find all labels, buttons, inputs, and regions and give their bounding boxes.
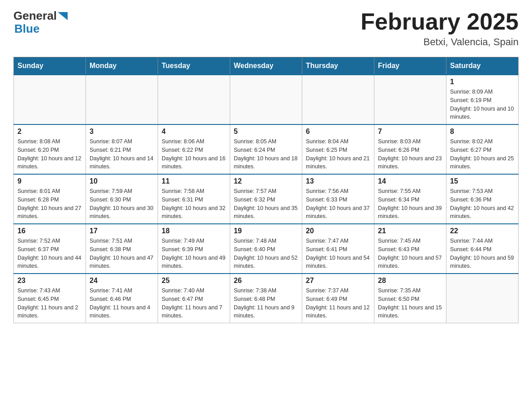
- day-info: Sunrise: 7:56 AMSunset: 6:33 PMDaylight:…: [306, 187, 370, 221]
- day-info: Sunrise: 7:53 AMSunset: 6:36 PMDaylight:…: [450, 187, 515, 221]
- day-number: 7: [378, 128, 442, 136]
- calendar-cell: [374, 75, 446, 124]
- day-number: 12: [234, 177, 298, 185]
- day-number: 28: [378, 277, 442, 285]
- svg-marker-0: [58, 12, 68, 20]
- day-number: 13: [306, 177, 370, 185]
- day-info: Sunrise: 7:57 AMSunset: 6:32 PMDaylight:…: [234, 187, 298, 221]
- calendar-cell: 20Sunrise: 7:47 AMSunset: 6:41 PMDayligh…: [302, 224, 374, 274]
- calendar-header: SundayMondayTuesdayWednesdayThursdayFrid…: [14, 57, 519, 75]
- day-info: Sunrise: 7:59 AMSunset: 6:30 PMDaylight:…: [90, 187, 154, 221]
- calendar-cell: 21Sunrise: 7:45 AMSunset: 6:43 PMDayligh…: [374, 224, 446, 274]
- calendar-cell: 12Sunrise: 7:57 AMSunset: 6:32 PMDayligh…: [230, 174, 302, 224]
- calendar-cell: 6Sunrise: 8:04 AMSunset: 6:25 PMDaylight…: [302, 124, 374, 174]
- calendar-cell: 26Sunrise: 7:38 AMSunset: 6:48 PMDayligh…: [230, 274, 302, 323]
- calendar-cell: 28Sunrise: 7:35 AMSunset: 6:50 PMDayligh…: [374, 274, 446, 323]
- day-number: 19: [234, 227, 298, 235]
- calendar-cell: 17Sunrise: 7:51 AMSunset: 6:38 PMDayligh…: [86, 224, 158, 274]
- day-info: Sunrise: 7:35 AMSunset: 6:50 PMDaylight:…: [378, 287, 442, 320]
- day-number: 1: [450, 78, 515, 86]
- calendar-cell: 14Sunrise: 7:55 AMSunset: 6:34 PMDayligh…: [374, 174, 446, 224]
- header-cell-friday: Friday: [374, 57, 446, 75]
- calendar-subtitle: Betxi, Valencia, Spain: [360, 36, 519, 48]
- day-info: Sunrise: 7:58 AMSunset: 6:31 PMDaylight:…: [162, 187, 226, 221]
- day-info: Sunrise: 7:37 AMSunset: 6:49 PMDaylight:…: [306, 287, 370, 320]
- calendar-cell: 8Sunrise: 8:02 AMSunset: 6:27 PMDaylight…: [446, 124, 519, 174]
- week-row-2: 2Sunrise: 8:08 AMSunset: 6:20 PMDaylight…: [14, 124, 519, 174]
- calendar-cell: [302, 75, 374, 124]
- calendar-cell: 1Sunrise: 8:09 AMSunset: 6:19 PMDaylight…: [446, 75, 519, 124]
- day-number: 18: [162, 227, 226, 235]
- header-cell-saturday: Saturday: [446, 57, 519, 75]
- week-row-3: 9Sunrise: 8:01 AMSunset: 6:28 PMDaylight…: [14, 174, 519, 224]
- day-number: 11: [162, 177, 226, 185]
- day-info: Sunrise: 7:49 AMSunset: 6:39 PMDaylight:…: [162, 237, 226, 270]
- day-number: 10: [90, 177, 154, 185]
- logo-arrow-icon: [58, 12, 68, 20]
- calendar-cell: 5Sunrise: 8:05 AMSunset: 6:24 PMDaylight…: [230, 124, 302, 174]
- header-cell-monday: Monday: [86, 57, 158, 75]
- day-number: 9: [17, 177, 82, 185]
- day-info: Sunrise: 8:05 AMSunset: 6:24 PMDaylight:…: [234, 137, 298, 171]
- page-header: General Blue February 2025 Betxi, Valenc…: [13, 9, 519, 48]
- calendar-cell: 11Sunrise: 7:58 AMSunset: 6:31 PMDayligh…: [158, 174, 230, 224]
- day-number: 16: [17, 227, 82, 235]
- calendar-cell: 7Sunrise: 8:03 AMSunset: 6:26 PMDaylight…: [374, 124, 446, 174]
- day-info: Sunrise: 8:02 AMSunset: 6:27 PMDaylight:…: [450, 137, 515, 171]
- day-number: 23: [17, 277, 82, 285]
- day-info: Sunrise: 7:51 AMSunset: 6:38 PMDaylight:…: [90, 237, 154, 270]
- calendar-cell: 16Sunrise: 7:52 AMSunset: 6:37 PMDayligh…: [14, 224, 86, 274]
- week-row-1: 1Sunrise: 8:09 AMSunset: 6:19 PMDaylight…: [14, 75, 519, 124]
- week-row-5: 23Sunrise: 7:43 AMSunset: 6:45 PMDayligh…: [14, 274, 519, 323]
- calendar-cell: 2Sunrise: 8:08 AMSunset: 6:20 PMDaylight…: [14, 124, 86, 174]
- logo-general-text: General: [13, 9, 57, 23]
- calendar-cell: [158, 75, 230, 124]
- calendar-cell: 18Sunrise: 7:49 AMSunset: 6:39 PMDayligh…: [158, 224, 230, 274]
- calendar-cell: 3Sunrise: 8:07 AMSunset: 6:21 PMDaylight…: [86, 124, 158, 174]
- day-number: 14: [378, 177, 442, 185]
- header-cell-tuesday: Tuesday: [158, 57, 230, 75]
- calendar-body: 1Sunrise: 8:09 AMSunset: 6:19 PMDaylight…: [14, 75, 519, 323]
- day-number: 24: [90, 277, 154, 285]
- calendar-cell: [446, 274, 519, 323]
- calendar-cell: 4Sunrise: 8:06 AMSunset: 6:22 PMDaylight…: [158, 124, 230, 174]
- day-number: 5: [234, 128, 298, 136]
- day-info: Sunrise: 8:01 AMSunset: 6:28 PMDaylight:…: [17, 187, 82, 221]
- day-info: Sunrise: 8:09 AMSunset: 6:19 PMDaylight:…: [450, 88, 515, 121]
- day-number: 4: [162, 128, 226, 136]
- calendar-cell: 27Sunrise: 7:37 AMSunset: 6:49 PMDayligh…: [302, 274, 374, 323]
- day-info: Sunrise: 7:43 AMSunset: 6:45 PMDaylight:…: [17, 287, 82, 320]
- logo-blue-text: Blue: [14, 22, 39, 36]
- day-number: 22: [450, 227, 515, 235]
- day-number: 27: [306, 277, 370, 285]
- calendar-cell: 25Sunrise: 7:40 AMSunset: 6:47 PMDayligh…: [158, 274, 230, 323]
- day-number: 17: [90, 227, 154, 235]
- calendar-cell: [230, 75, 302, 124]
- day-number: 21: [378, 227, 442, 235]
- day-number: 26: [234, 277, 298, 285]
- day-number: 8: [450, 128, 515, 136]
- calendar-table: SundayMondayTuesdayWednesdayThursdayFrid…: [13, 57, 519, 323]
- day-info: Sunrise: 7:48 AMSunset: 6:40 PMDaylight:…: [234, 237, 298, 270]
- calendar-cell: 15Sunrise: 7:53 AMSunset: 6:36 PMDayligh…: [446, 174, 519, 224]
- day-info: Sunrise: 7:52 AMSunset: 6:37 PMDaylight:…: [17, 237, 82, 270]
- calendar-cell: 10Sunrise: 7:59 AMSunset: 6:30 PMDayligh…: [86, 174, 158, 224]
- header-cell-wednesday: Wednesday: [230, 57, 302, 75]
- calendar-cell: [86, 75, 158, 124]
- day-number: 15: [450, 177, 515, 185]
- day-number: 25: [162, 277, 226, 285]
- day-info: Sunrise: 7:38 AMSunset: 6:48 PMDaylight:…: [234, 287, 298, 320]
- day-number: 3: [90, 128, 154, 136]
- day-info: Sunrise: 8:07 AMSunset: 6:21 PMDaylight:…: [90, 137, 154, 171]
- logo: General Blue: [13, 9, 68, 36]
- day-info: Sunrise: 7:47 AMSunset: 6:41 PMDaylight:…: [306, 237, 370, 270]
- day-info: Sunrise: 7:41 AMSunset: 6:46 PMDaylight:…: [90, 287, 154, 320]
- day-info: Sunrise: 7:55 AMSunset: 6:34 PMDaylight:…: [378, 187, 442, 221]
- day-number: 20: [306, 227, 370, 235]
- day-info: Sunrise: 8:03 AMSunset: 6:26 PMDaylight:…: [378, 137, 442, 171]
- calendar-cell: 19Sunrise: 7:48 AMSunset: 6:40 PMDayligh…: [230, 224, 302, 274]
- day-info: Sunrise: 7:45 AMSunset: 6:43 PMDaylight:…: [378, 237, 442, 270]
- header-row: SundayMondayTuesdayWednesdayThursdayFrid…: [14, 57, 519, 75]
- calendar-cell: 24Sunrise: 7:41 AMSunset: 6:46 PMDayligh…: [86, 274, 158, 323]
- day-number: 2: [17, 128, 82, 136]
